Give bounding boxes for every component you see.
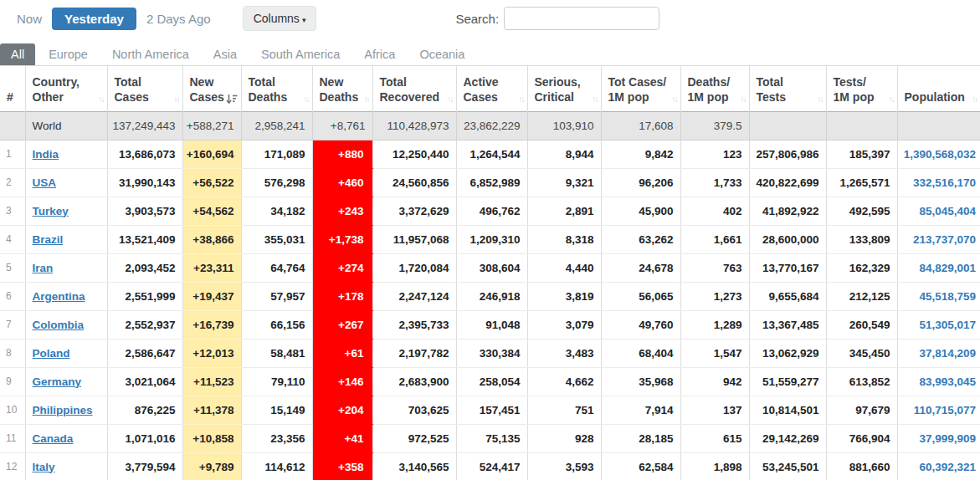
tab-europe[interactable]: Europe [38, 43, 99, 65]
total-cases-cell: 3,021,064 [107, 367, 182, 396]
search-label: Search: [455, 12, 499, 26]
tot-cases-1m-cell: 68,404 [601, 339, 680, 367]
active-cases-cell: 1,209,310 [456, 225, 527, 253]
serious-critical-cell: 8,318 [527, 225, 601, 253]
column-header-serious-critical[interactable]: Serious,Critical↑↓ [527, 66, 601, 111]
column-header-new-cases[interactable]: NewCases [182, 66, 241, 111]
tests-1m-cell: 881,660 [826, 452, 897, 480]
table-row: 10 Philippines 876,225 +11,378 15,149 +2… [0, 396, 980, 424]
new-deaths-cell: +243 [312, 197, 372, 225]
tab-south-america[interactable]: South America [250, 43, 351, 65]
country-link[interactable]: Italy [33, 461, 55, 473]
column-header-total-recovered[interactable]: TotalRecovered↑↓ [372, 66, 456, 111]
sort-icon: ↑↓ [818, 94, 823, 105]
yesterday-button[interactable]: Yesterday [52, 8, 136, 30]
country-link[interactable]: Argentina [33, 290, 85, 303]
table-row: 9 Germany 3,021,064 +11,523 79,110 +146 … [0, 367, 980, 396]
active-cases-cell: 246,918 [456, 282, 527, 310]
new-cases-cell: +54,562 [182, 197, 241, 225]
population-cell: 85,045,404 [897, 197, 980, 225]
header-label: Deaths [249, 89, 305, 105]
tests-1m-cell: 492,595 [826, 197, 897, 225]
header-label: 1M pop [608, 89, 674, 105]
column-header-new-deaths[interactable]: NewDeaths↑↓ [312, 66, 372, 111]
country-link[interactable]: Brazil [33, 233, 64, 246]
population-cell: 37,999,909 [897, 424, 980, 452]
country-link[interactable]: Colombia [33, 319, 85, 331]
total-recovered-cell: 12,250,440 [372, 140, 456, 168]
population-cell: 332,516,170 [897, 168, 980, 197]
two-days-ago-button[interactable]: 2 Days Ago [138, 8, 219, 30]
world-total-tests [749, 111, 826, 140]
column-header-country-other[interactable]: Country,Other↑↓ [25, 66, 107, 111]
country-link[interactable]: India [33, 148, 59, 161]
header-label: 1M pop [834, 89, 890, 105]
now-button[interactable]: Now [8, 8, 50, 30]
row-rank: 7 [0, 310, 25, 339]
header-label: Tests [757, 89, 819, 105]
total-tests-cell: 28,600,000 [749, 225, 826, 253]
active-cases-cell: 524,417 [456, 452, 527, 480]
new-cases-cell: +56,522 [182, 168, 241, 197]
search-input[interactable] [504, 7, 659, 30]
tot-cases-1m-cell: 56,065 [601, 282, 680, 310]
tab-africa[interactable]: Africa [353, 43, 406, 65]
country-link[interactable]: Germany [33, 375, 82, 388]
active-cases-cell: 308,604 [456, 253, 527, 282]
total-tests-cell: 41,892,922 [749, 197, 826, 225]
column-header-population[interactable]: Population↑↓ [897, 66, 980, 111]
sort-icon: ↑↓ [672, 94, 677, 105]
tests-1m-cell: 212,125 [826, 282, 897, 310]
table-row: 6 Argentina 2,551,999 +19,437 57,957 +17… [0, 282, 980, 310]
tot-cases-1m-cell: 49,760 [601, 310, 680, 339]
new-deaths-cell: +274 [312, 253, 372, 282]
sort-icon: ↑↓ [519, 94, 524, 105]
new-deaths-cell: +460 [312, 168, 372, 197]
country-link[interactable]: Philippines [33, 404, 93, 416]
total-deaths-cell: 34,182 [241, 197, 312, 225]
tab-asia[interactable]: Asia [203, 43, 248, 65]
active-cases-cell: 75,135 [456, 424, 527, 452]
total-recovered-cell: 3,372,629 [372, 197, 456, 225]
total-cases-cell: 13,686,073 [107, 140, 182, 168]
table-row: 8 Poland 2,586,647 +12,013 58,481 +61 2,… [0, 339, 980, 367]
column-header-active-cases[interactable]: ActiveCases↑↓ [456, 66, 527, 111]
country-link[interactable]: Poland [33, 347, 70, 360]
deaths-1m-cell: 1,733 [680, 168, 749, 197]
sort-icon: ↑↓ [304, 94, 309, 105]
serious-critical-cell: 3,483 [527, 339, 601, 367]
deaths-1m-cell: 1,898 [680, 452, 749, 480]
world-total-deaths: 2,958,241 [241, 111, 312, 140]
table-row: 7 Colombia 2,552,937 +16,739 66,156 +267… [0, 310, 980, 339]
country-cell: Poland [25, 339, 107, 367]
new-deaths-cell: +204 [312, 396, 372, 424]
total-deaths-cell: 355,031 [241, 225, 312, 253]
column-header-total-deaths[interactable]: TotalDeaths↑↓ [241, 66, 312, 111]
column-header-tot-cases-1m-pop[interactable]: Tot Cases/1M pop↑↓ [601, 66, 680, 111]
country-cell: Argentina [25, 282, 107, 310]
tests-1m-cell: 345,450 [826, 339, 897, 367]
time-toolbar: Now Yesterday 2 Days Ago Columns▾ Search… [0, 0, 980, 35]
sort-icon: ↑↓ [889, 94, 894, 105]
population-cell: 45,518,759 [897, 282, 980, 310]
tab-oceania[interactable]: Oceania [408, 43, 475, 65]
tab-all[interactable]: All [0, 43, 35, 65]
serious-critical-cell: 3,079 [527, 310, 601, 339]
column-header-total-tests[interactable]: TotalTests↑↓ [749, 66, 826, 111]
column-header-total-cases[interactable]: TotalCases↑↓ [107, 66, 182, 111]
columns-dropdown-button[interactable]: Columns▾ [243, 6, 317, 31]
country-link[interactable]: Iran [33, 262, 54, 274]
tab-north-america[interactable]: North America [101, 43, 200, 65]
country-cell: Turkey [25, 197, 107, 225]
country-link[interactable]: USA [33, 176, 57, 189]
serious-critical-cell: 8,944 [527, 140, 601, 168]
serious-critical-cell: 4,662 [527, 367, 601, 396]
column-header-tests-1m-pop[interactable]: Tests/1M pop↑↓ [826, 66, 897, 111]
column-header-deaths-1m-pop[interactable]: Deaths/1M pop↑↓ [680, 66, 749, 111]
total-tests-cell: 10,814,501 [749, 396, 826, 424]
serious-critical-cell: 9,321 [527, 168, 601, 197]
table-row: 1 India 13,686,073 +160,694 171,089 +880… [0, 140, 980, 168]
country-link[interactable]: Canada [33, 432, 74, 445]
total-cases-cell: 3,903,573 [107, 197, 182, 225]
country-link[interactable]: Turkey [33, 205, 69, 217]
